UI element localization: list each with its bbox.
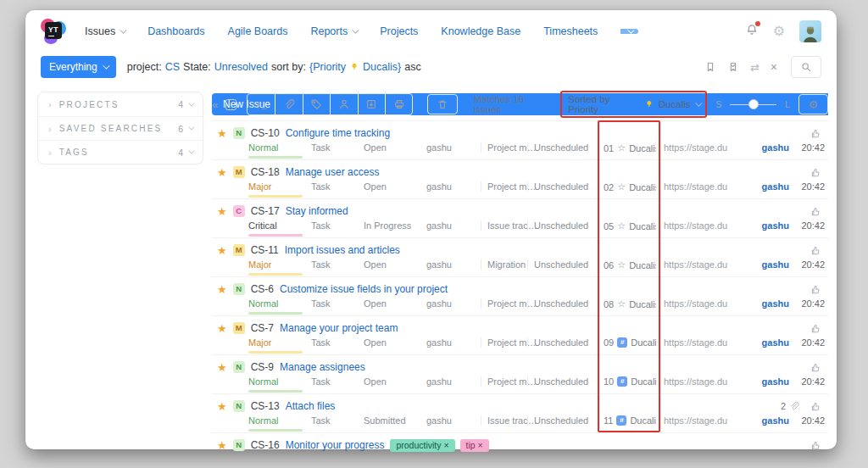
assignee-field[interactable]: gashu [426,220,479,231]
type-field[interactable]: Task [311,298,360,309]
attach-button[interactable] [275,94,302,114]
state-field[interactable]: Open [364,181,423,192]
sort-by-control[interactable]: Sorted by Priority Ducalis [560,91,707,118]
star-icon[interactable]: ★ [217,245,227,256]
type-field[interactable]: Task [311,259,360,270]
schedule-field[interactable]: Unscheduled [527,337,597,348]
tag-button[interactable] [303,94,330,114]
saved-searches-check-icon[interactable] [727,61,739,73]
priority-field[interactable]: Normal [248,298,306,309]
star-icon[interactable]: ★ [217,401,227,412]
issue-summary-link[interactable]: Customize issue fields in your project [280,283,448,295]
issue-id[interactable]: CS-10 [251,127,280,139]
priority-field[interactable]: Major [248,259,306,270]
thumbs-up-icon[interactable] [810,245,821,256]
nav-item-reports[interactable]: Reports [310,25,357,37]
state-field[interactable]: Open [364,337,423,348]
nav-item-knowledge-base[interactable]: Knowledge Base [441,25,520,37]
thumbs-up-icon[interactable] [810,401,821,412]
row-size-slider[interactable] [730,99,776,109]
issue-summary-link[interactable]: Configure time tracking [286,127,390,139]
type-field[interactable]: Task [311,337,360,348]
star-icon[interactable]: ★ [217,323,227,334]
assignee-field[interactable]: gashu [426,142,479,153]
star-icon[interactable]: ★ [217,362,227,373]
priority-field[interactable]: Major [248,181,306,192]
ducalis-rank-field[interactable]: 10 # Ducalis [604,376,656,387]
star-icon[interactable]: ★ [217,128,227,139]
star-icon[interactable]: ★ [217,167,227,178]
star-icon[interactable]: ★ [217,206,227,217]
issue-id[interactable]: CS-17 [251,205,280,217]
save-search-icon[interactable] [704,61,716,73]
user-avatar[interactable] [799,20,821,42]
nav-item-projects[interactable]: Projects [380,25,418,37]
issue-id[interactable]: CS-13 [251,400,280,412]
nav-item-agile-boards[interactable]: Agile Boards [228,25,288,37]
notifications-bell-icon[interactable] [745,23,759,40]
reporter-link[interactable]: gashu [738,142,789,153]
thumbs-up-icon[interactable] [810,128,821,139]
nav-item-timesheets[interactable]: Timesheets [543,25,598,37]
thumbs-up-icon[interactable] [810,362,821,373]
thumbs-up-icon[interactable] [810,206,821,217]
issue-summary-link[interactable]: Monitor your progress [286,439,385,451]
collapse-all-icon[interactable]: « [212,98,218,111]
type-field[interactable]: Task [311,220,360,231]
priority-field[interactable]: Normal [248,376,306,387]
type-field[interactable]: Task [311,376,360,387]
sidebar-section-projects[interactable]: › PROJECTS 4 [38,92,203,116]
ducalis-rank-field[interactable]: 11 # Ducalis [604,415,656,426]
issue-summary-link[interactable]: Manage assignees [280,361,365,373]
assignee-field[interactable]: gashu [426,298,479,309]
list-settings-button[interactable]: ⚙ [798,94,828,114]
state-field[interactable]: Open [364,298,423,309]
terminal-button[interactable]: >_ [248,94,275,114]
search-scope-button[interactable]: Everything [41,56,116,78]
delete-button[interactable] [427,94,457,114]
state-field[interactable]: Submitted [364,415,423,426]
tag-chip[interactable]: tip × [460,439,489,452]
youtrack-logo-icon[interactable]: YT [41,19,66,44]
state-field[interactable]: Open [364,259,423,270]
schedule-field[interactable]: Unscheduled [527,220,597,231]
reporter-link[interactable]: gashu [738,259,789,270]
priority-field[interactable]: Major [248,337,306,348]
schedule-field[interactable]: Unscheduled [527,415,597,426]
ducalis-rank-field[interactable]: 02 ☆ Ducalis [604,181,656,192]
state-field[interactable]: In Progress [364,220,423,231]
type-field[interactable]: Task [311,415,360,426]
issue-summary-link[interactable]: Manage your project team [280,322,398,334]
issue-summary-link[interactable]: Stay informed [286,205,348,217]
issue-id[interactable]: CS-9 [251,361,274,373]
query-assist-icon[interactable]: ⇄ [750,62,760,73]
issue-id[interactable]: CS-6 [251,283,274,295]
priority-field[interactable]: Normal [248,415,306,426]
search-button[interactable] [791,56,821,78]
schedule-field[interactable]: Unscheduled [527,376,597,387]
state-field[interactable]: Open [364,142,423,153]
reporter-link[interactable]: gashu [738,298,789,309]
ducalis-rank-field[interactable]: 01 ☆ Ducalis [604,142,656,153]
star-icon[interactable]: ★ [217,440,227,451]
assignee-field[interactable]: gashu [426,376,479,387]
search-query-input[interactable]: project:CSState:Unresolvedsort by:{Prior… [127,61,704,73]
issue-summary-link[interactable]: Import issues and articles [285,244,400,256]
export-button[interactable] [358,94,385,114]
issue-id[interactable]: CS-7 [251,322,274,334]
issue-id[interactable]: CS-18 [251,166,280,178]
schedule-field[interactable]: Unscheduled [527,181,597,192]
reporter-link[interactable]: gashu [738,337,789,348]
thumbs-up-icon[interactable] [810,323,821,334]
ducalis-rank-field[interactable]: 09 # Ducalis [604,337,656,348]
settings-gear-icon[interactable]: ⚙ [773,25,785,38]
ducalis-rank-field[interactable]: 08 ☆ Ducalis [604,298,656,309]
issue-summary-link[interactable]: Manage user access [286,166,380,178]
reporter-link[interactable]: gashu [738,415,789,426]
print-button[interactable] [385,94,412,114]
sidebar-section-tags[interactable]: › TAGS 4 [38,140,203,164]
tag-chip[interactable]: productivity × [390,439,454,452]
ducalis-rank-field[interactable]: 06 ☆ Ducalis [604,259,656,270]
slider-thumb[interactable] [748,99,759,109]
assignee-button[interactable] [330,94,357,114]
